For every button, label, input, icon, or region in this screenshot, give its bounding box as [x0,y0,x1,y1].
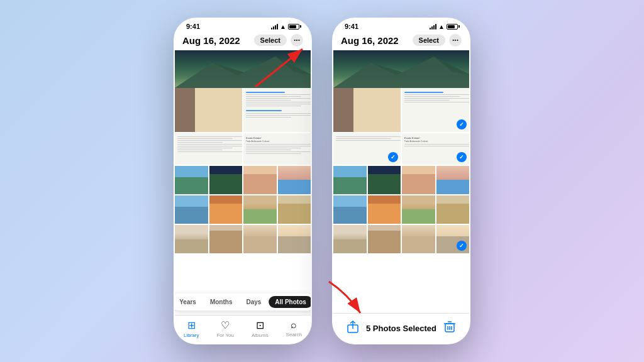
photo-doc-2-1[interactable]: ✓ [402,88,469,132]
photo-row-1 [175,88,311,132]
photo-date-2: Aug 16, 2022 [341,35,399,46]
hero-image-1 [175,50,311,88]
phone2-wrapper: 9:41 ▲ Aug 16, 2022 Sel [332,18,470,344]
photo-selfie-2[interactable] [243,225,277,253]
albums-icon: ⊡ [256,319,264,331]
tab-bar-1: ⊞ Library ♡ For You ⊡ Albums ⌕ Search [175,315,311,343]
photo-outdoor-2[interactable]: ✓ [436,225,470,253]
wifi-icon-1: ▲ [280,23,286,30]
mountain-svg [175,50,311,88]
battery-icon-2 [447,24,458,30]
tab-search[interactable]: ⌕ Search [286,319,302,338]
photo-couple-2[interactable] [402,195,435,224]
photo-selfie-1[interactable] [175,225,208,253]
check-2: ✓ [388,152,398,162]
phones-container: 9:41 ▲ Aug 16, 2022 Sel [174,18,470,344]
library-tabs-1: Years Months Days All Photos [174,293,312,310]
check-1: ✓ [457,119,467,129]
photo-row-2-5: ✓ [333,225,469,253]
photo-row-3 [175,166,311,194]
signal-icon-1 [271,23,278,30]
status-bar-1: 9:41 ▲ [175,19,311,31]
photo-row-4 [175,195,311,224]
photo-kitchen-2[interactable] [333,88,401,132]
select-button-2[interactable]: Select [413,35,445,46]
check-4: ✓ [457,241,467,251]
photo-water-2[interactable] [333,195,367,224]
hero-image-2 [333,50,469,88]
photo-food-2[interactable] [368,195,401,224]
photo-row-5 [175,225,311,253]
more-button-2[interactable]: ··· [449,34,462,47]
library-icon: ⊞ [187,319,196,331]
status-icons-2: ▲ [430,23,458,30]
photo-portrait-2[interactable] [402,166,435,194]
photo-doc-2[interactable] [175,133,242,165]
photo-nature-2-1[interactable] [333,166,367,194]
trash-icon [443,320,457,334]
selected-count-label: 5 Photos Selected [366,324,436,333]
share-icon [346,320,360,334]
tab-days[interactable]: Days [240,296,267,308]
photo-row-2: Exotic Extras! Trade Ambassador Contract [175,133,311,165]
tab-all-photos[interactable]: All Photos [269,296,312,308]
photo-field-2[interactable] [436,195,470,224]
photo-forest[interactable] [209,166,243,194]
photo-couple[interactable] [243,195,277,224]
photo-row-2-4 [333,195,469,224]
photo-food[interactable] [209,195,243,224]
photo-kitchen[interactable] [175,88,242,132]
more-button-1[interactable]: ··· [291,34,303,47]
tab-library-label: Library [184,332,199,338]
select-button-1[interactable]: Select [254,35,287,46]
header-buttons-2: Select ··· [413,34,462,47]
signal-icon-2 [430,23,436,30]
tab-library[interactable]: ⊞ Library [184,319,199,338]
photo-group-2[interactable] [368,225,401,253]
photo-group[interactable] [209,225,243,253]
photo-field[interactable] [278,195,311,224]
share-button[interactable] [346,320,360,337]
header-buttons-1: Select ··· [254,34,303,47]
photo-selfie-2-1[interactable] [333,225,367,253]
photo-row-2-2: ✓ Exotic Extras! Trade Ambassador Contra… [333,133,469,165]
search-icon: ⌕ [291,319,297,331]
time-1: 9:41 [186,23,200,30]
status-bar-2: 9:41 ▲ [333,19,469,31]
photo-grid-2: ✓ ✓ Exotic Extras! Trade Am [333,50,469,343]
photo-doc-3[interactable]: Exotic Extras! Trade Ambassador Contract [243,133,311,165]
status-icons-1: ▲ [271,23,299,30]
photo-doc-2-3[interactable]: Exotic Extras! Trade Ambassador Contract… [402,133,469,165]
photo-date-1: Aug 16, 2022 [182,35,240,46]
photo-doc-2-2[interactable]: ✓ [333,133,401,165]
photo-outdoor[interactable] [278,225,311,253]
photo-sky[interactable] [278,166,311,194]
phone2: 9:41 ▲ Aug 16, 2022 Sel [332,18,470,344]
photo-header-2: Aug 16, 2022 Select ··· [333,31,469,50]
phone1: 9:41 ▲ Aug 16, 2022 Sel [174,18,312,344]
tab-albums[interactable]: ⊡ Albums [252,319,269,338]
phone1-wrapper: 9:41 ▲ Aug 16, 2022 Sel [174,18,312,344]
photo-row-2-1: ✓ [333,88,469,132]
photo-header-1: Aug 16, 2022 Select ··· [175,31,311,50]
tab-for-you-label: For You [216,332,234,338]
photo-sky-2[interactable] [436,166,470,194]
check-3: ✓ [457,152,467,162]
battery-icon-1 [288,24,299,30]
photo-nature-1[interactable] [175,166,208,194]
tab-albums-label: Albums [252,332,269,338]
photo-portrait-1[interactable] [243,166,277,194]
trash-button[interactable] [443,320,457,337]
wifi-icon-2: ▲ [438,23,445,30]
photo-doc-1[interactable] [243,88,311,132]
photo-water[interactable] [175,195,208,224]
selection-bar: 5 Photos Selected [333,313,469,343]
for-you-icon: ♡ [221,319,230,331]
time-2: 9:41 [345,23,358,30]
photo-selfie-2-2[interactable] [402,225,435,253]
tab-for-you[interactable]: ♡ For You [216,319,234,338]
mountain-svg-2 [333,50,469,88]
tab-months[interactable]: Months [204,296,239,308]
photo-forest-2[interactable] [368,166,401,194]
tab-years[interactable]: Years [174,296,203,308]
